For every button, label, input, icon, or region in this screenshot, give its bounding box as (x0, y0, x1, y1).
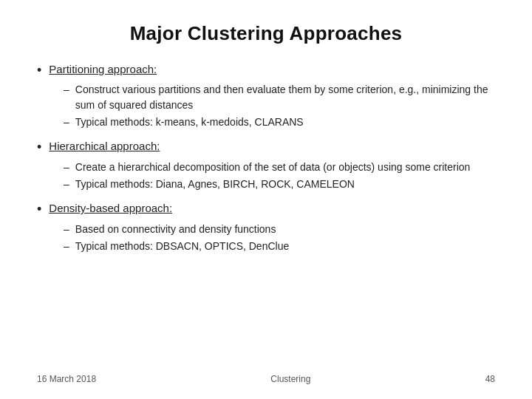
sub-text-partitioning-1: Construct various partitions and then ev… (75, 82, 495, 112)
slide: Major Clustering Approaches • Partitioni… (0, 0, 532, 399)
footer: 16 March 2018 Clustering 48 (37, 366, 495, 384)
sub-bullet-density-2: – Typical methods: DBSACN, OPTICS, DenCl… (64, 239, 495, 253)
dash-2-2: – (64, 177, 69, 191)
hierarchical-label: Hierarchical approach: (49, 138, 160, 154)
sub-text-hierarchical-1: Create a hierarchical decomposition of t… (75, 160, 471, 174)
section-density: • Density-based approach: – Based on con… (37, 200, 495, 253)
footer-right: 48 (485, 374, 495, 384)
density-label: Density-based approach: (49, 200, 172, 216)
density-subbullets: – Based on connectivity and density func… (64, 222, 495, 254)
bullet-main-density: • Density-based approach: (37, 200, 495, 218)
slide-title: Major Clustering Approaches (37, 22, 495, 45)
partitioning-subbullets: – Construct various partitions and then … (64, 82, 495, 129)
dash-3-2: – (64, 239, 69, 253)
bullet-main-hierarchical: • Hierarchical approach: (37, 138, 495, 156)
bullet-dot-3: • (37, 201, 41, 218)
bullet-dot-1: • (37, 62, 41, 79)
sub-bullet-hierarchical-1: – Create a hierarchical decomposition of… (64, 160, 495, 174)
dash-2-1: – (64, 160, 69, 174)
footer-center: Clustering (270, 374, 310, 384)
hierarchical-subbullets: – Create a hierarchical decomposition of… (64, 160, 495, 192)
section-partitioning: • Partitioning approach: – Construct var… (37, 61, 495, 129)
sub-bullet-hierarchical-2: – Typical methods: Diana, Agnes, BIRCH, … (64, 177, 495, 191)
sub-text-density-1: Based on connectivity and density functi… (75, 222, 276, 236)
partitioning-label: Partitioning approach: (49, 61, 157, 77)
dash-3-1: – (64, 222, 69, 236)
section-hierarchical: • Hierarchical approach: – Create a hier… (37, 138, 495, 191)
footer-left: 16 March 2018 (37, 374, 96, 384)
sub-text-partitioning-2: Typical methods: k-means, k-medoids, CLA… (75, 115, 304, 129)
sub-bullet-density-1: – Based on connectivity and density func… (64, 222, 495, 236)
sub-text-hierarchical-2: Typical methods: Diana, Agnes, BIRCH, RO… (75, 177, 355, 191)
bullet-main-partitioning: • Partitioning approach: (37, 61, 495, 79)
content-area: • Partitioning approach: – Construct var… (37, 61, 495, 366)
dash-1-2: – (64, 115, 69, 129)
sub-bullet-partitioning-2: – Typical methods: k-means, k-medoids, C… (64, 115, 495, 129)
sub-text-density-2: Typical methods: DBSACN, OPTICS, DenClue (75, 239, 289, 253)
dash-1-1: – (64, 82, 69, 97)
bullet-dot-2: • (37, 139, 41, 156)
sub-bullet-partitioning-1: – Construct various partitions and then … (64, 82, 495, 112)
